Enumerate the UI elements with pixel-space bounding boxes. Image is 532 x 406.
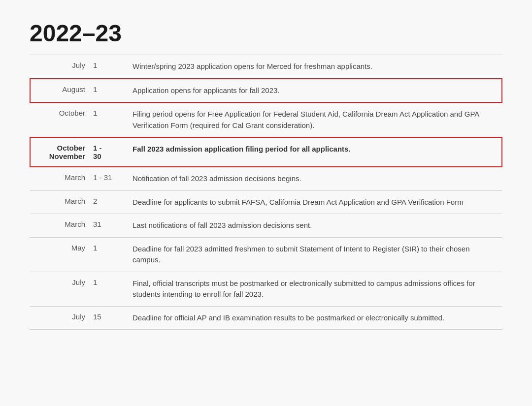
table-row: August1Application opens for applicants … — [30, 79, 502, 103]
table-row: March31Last notifications of fall 2023 a… — [30, 214, 502, 238]
description-cell: Fall 2023 admission application filing p… — [129, 137, 502, 167]
description-cell: Deadline for official AP and IB examinat… — [129, 306, 502, 330]
description-cell: Deadline for fall 2023 admitted freshmen… — [129, 237, 502, 272]
table-row: July1Winter/spring 2023 application open… — [30, 55, 502, 79]
description-cell: Winter/spring 2023 application opens for… — [129, 55, 502, 79]
day-cell: 1 — [89, 102, 129, 137]
day-cell: 31 — [89, 214, 129, 238]
day-cell: 2 — [89, 190, 129, 214]
description-cell: Notification of fall 2023 admission deci… — [129, 167, 502, 190]
description-cell: Filing period opens for Free Application… — [129, 102, 502, 137]
day-cell: 1 — [89, 79, 129, 103]
description-cell: Application opens for applicants for fal… — [129, 79, 502, 103]
day-cell: 1 -30 — [89, 137, 129, 167]
month-cell: July — [30, 272, 89, 306]
table-row: OctoberNovember1 -30Fall 2023 admission … — [30, 137, 502, 167]
table-row: March1 - 31Notification of fall 2023 adm… — [30, 167, 502, 190]
day-cell: 1 — [89, 55, 129, 79]
month-cell: August — [30, 79, 89, 103]
month-cell: May — [30, 237, 89, 272]
day-cell: 1 - 31 — [89, 167, 129, 190]
month-cell: March — [30, 214, 89, 238]
table-row: March2Deadline for applicants to submit … — [30, 190, 502, 214]
month-cell: March — [30, 167, 89, 190]
month-cell: July — [30, 306, 89, 330]
table-row: October1Filing period opens for Free App… — [30, 102, 502, 137]
month-cell: March — [30, 190, 89, 214]
month-cell: OctoberNovember — [30, 137, 89, 167]
table-row: July15Deadline for official AP and IB ex… — [30, 306, 502, 330]
table-row: May1Deadline for fall 2023 admitted fres… — [30, 237, 502, 272]
day-cell: 1 — [89, 272, 129, 306]
month-cell: October — [30, 102, 89, 137]
day-cell: 15 — [89, 306, 129, 330]
description-cell: Final, official transcripts must be post… — [129, 272, 502, 306]
description-cell: Deadline for applicants to submit FAFSA,… — [129, 190, 502, 214]
page-title: 2022–23 — [30, 20, 502, 47]
month-cell: July — [30, 55, 89, 79]
day-cell: 1 — [89, 237, 129, 272]
calendar-table: July1Winter/spring 2023 application open… — [30, 55, 502, 330]
table-row: July1Final, official transcripts must be… — [30, 272, 502, 306]
description-cell: Last notifications of fall 2023 admissio… — [129, 214, 502, 238]
